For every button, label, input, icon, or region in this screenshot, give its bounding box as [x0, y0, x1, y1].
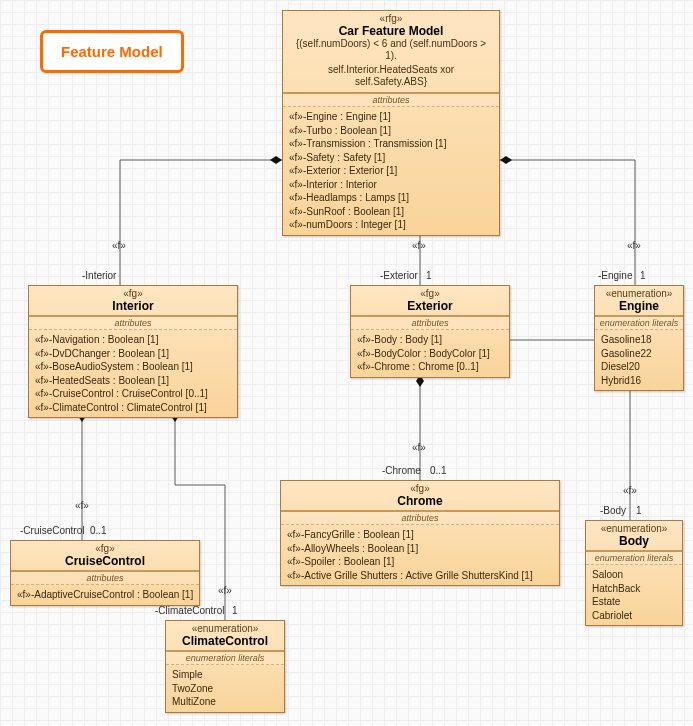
list-item: «f»-Spoiler : Boolean [1]	[287, 555, 553, 569]
section-attributes: attributes	[351, 316, 509, 330]
edge-f-label: «f»	[218, 585, 232, 596]
stereotype: «fg»	[287, 483, 553, 494]
list-item: «f»-AlloyWheels : Boolean [1]	[287, 542, 553, 556]
edge-role-label: -ClimateControl	[155, 605, 224, 616]
feature-model-badge: Feature Model	[40, 30, 184, 73]
stereotype: «rfg»	[289, 13, 493, 24]
class-title: Chrome	[287, 494, 553, 508]
class-constraint-2: self.Interior.HeatedSeats xor self.Safet…	[289, 64, 493, 90]
list-item: Diesel20	[601, 360, 677, 374]
section-literals: enumeration literals	[595, 316, 683, 330]
stereotype: «fg»	[357, 288, 503, 299]
car-feature-model-class[interactable]: «rfg» Car Feature Model {(self.numDoors)…	[282, 10, 500, 236]
list-item: Gasoline18	[601, 333, 677, 347]
list-item: Estate	[592, 595, 676, 609]
literal-list: SaloonHatchBackEstateCabriolet	[586, 565, 682, 625]
edge-f-label: «f»	[627, 240, 641, 251]
list-item: «f»-Turbo : Boolean [1]	[289, 124, 493, 138]
list-item: «f»-Engine : Engine [1]	[289, 110, 493, 124]
section-literals: enumeration literals	[586, 551, 682, 565]
list-item: «f»-numDoors : Integer [1]	[289, 218, 493, 232]
engine-enum[interactable]: «enumeration» Engine enumeration literal…	[594, 285, 684, 391]
list-item: «f»-BodyColor : BodyColor [1]	[357, 347, 503, 361]
class-header: «fg» Interior	[29, 286, 237, 316]
list-item: Hybrid16	[601, 374, 677, 388]
edge-mult-label: 1	[640, 270, 646, 281]
list-item: «f»-Headlamps : Lamps [1]	[289, 191, 493, 205]
section-attributes: attributes	[29, 316, 237, 330]
list-item: «f»-SunRoof : Boolean [1]	[289, 205, 493, 219]
list-item: «f»-ClimateControl : ClimateControl [1]	[35, 401, 231, 415]
list-item: «f»-Interior : Interior	[289, 178, 493, 192]
edge-f-label: «f»	[623, 485, 637, 496]
edge-mult-label: 0..1	[90, 525, 107, 536]
list-item: MultiZone	[172, 695, 278, 709]
class-header: «fg» CruiseControl	[11, 541, 199, 571]
edge-role-label: -Chrome	[382, 465, 421, 476]
list-item: «f»-Chrome : Chrome [0..1]	[357, 360, 503, 374]
stereotype: «enumeration»	[172, 623, 278, 634]
edge-role-label: -Exterior	[380, 270, 418, 281]
class-header: «fg» Exterior	[351, 286, 509, 316]
body-enum[interactable]: «enumeration» Body enumeration literals …	[585, 520, 683, 626]
edge-mult-label: 1	[426, 270, 432, 281]
list-item: «f»-CruiseControl : CruiseControl [0..1]	[35, 387, 231, 401]
class-title: Body	[592, 534, 676, 548]
list-item: «f»-Exterior : Exterior [1]	[289, 164, 493, 178]
list-item: «f»-Transmission : Transmission [1]	[289, 137, 493, 151]
class-header: «enumeration» Engine	[595, 286, 683, 316]
list-item: Simple	[172, 668, 278, 682]
exterior-class[interactable]: «fg» Exterior attributes «f»-Body : Body…	[350, 285, 510, 378]
class-header: «fg» Chrome	[281, 481, 559, 511]
class-header: «enumeration» Body	[586, 521, 682, 551]
stereotype: «fg»	[35, 288, 231, 299]
attribute-list: «f»-FancyGrille : Boolean [1]«f»-AlloyWh…	[281, 525, 559, 585]
cruisecontrol-class[interactable]: «fg» CruiseControl attributes «f»-Adapti…	[10, 540, 200, 606]
class-title: Car Feature Model	[289, 24, 493, 38]
list-item: «f»-Active Grille Shutters : Active Gril…	[287, 569, 553, 583]
list-item: Gasoline22	[601, 347, 677, 361]
badge-label: Feature Model	[61, 43, 163, 60]
class-title: Engine	[601, 299, 677, 313]
list-item: «f»-Safety : Safety [1]	[289, 151, 493, 165]
literal-list: Gasoline18Gasoline22Diesel20Hybrid16	[595, 330, 683, 390]
list-item: «f»-HeatedSeats : Boolean [1]	[35, 374, 231, 388]
list-item: «f»-AdaptiveCruiseControl : Boolean [1]	[17, 588, 193, 602]
list-item: «f»-BoseAudioSystem : Boolean [1]	[35, 360, 231, 374]
edge-mult-label: 1	[636, 505, 642, 516]
class-constraint-1: {(self.numDoors) < 6 and (self.numDoors …	[289, 38, 493, 64]
edge-role-label: -CruiseControl	[20, 525, 84, 536]
section-attributes: attributes	[281, 511, 559, 525]
list-item: Saloon	[592, 568, 676, 582]
climatecontrol-enum[interactable]: «enumeration» ClimateControl enumeration…	[165, 620, 285, 713]
list-item: «f»-Body : Body [1]	[357, 333, 503, 347]
class-header: «rfg» Car Feature Model {(self.numDoors)…	[283, 11, 499, 93]
edge-f-label: «f»	[112, 240, 126, 251]
chrome-class[interactable]: «fg» Chrome attributes «f»-FancyGrille :…	[280, 480, 560, 586]
edge-role-label: -Interior	[82, 270, 116, 281]
edge-f-label: «f»	[75, 500, 89, 511]
attribute-list: «f»-Engine : Engine [1]«f»-Turbo : Boole…	[283, 107, 499, 235]
list-item: «f»-DvDChanger : Boolean [1]	[35, 347, 231, 361]
attribute-list: «f»-Body : Body [1]«f»-BodyColor : BodyC…	[351, 330, 509, 377]
edge-role-label: -Engine	[598, 270, 632, 281]
list-item: «f»-FancyGrille : Boolean [1]	[287, 528, 553, 542]
literal-list: SimpleTwoZoneMultiZone	[166, 665, 284, 712]
edge-f-label: «f»	[412, 240, 426, 251]
stereotype: «fg»	[17, 543, 193, 554]
list-item: Cabriolet	[592, 609, 676, 623]
stereotype: «enumeration»	[601, 288, 677, 299]
edge-mult-label: 0..1	[430, 465, 447, 476]
section-attributes: attributes	[11, 571, 199, 585]
list-item: TwoZone	[172, 682, 278, 696]
section-attributes: attributes	[283, 93, 499, 107]
attribute-list: «f»-AdaptiveCruiseControl : Boolean [1]	[11, 585, 199, 605]
class-title: Interior	[35, 299, 231, 313]
attribute-list: «f»-Navigation : Boolean [1]«f»-DvDChang…	[29, 330, 237, 417]
edge-mult-label: 1	[232, 605, 238, 616]
edge-role-label: -Body	[600, 505, 626, 516]
interior-class[interactable]: «fg» Interior attributes «f»-Navigation …	[28, 285, 238, 418]
stereotype: «enumeration»	[592, 523, 676, 534]
section-literals: enumeration literals	[166, 651, 284, 665]
class-title: CruiseControl	[17, 554, 193, 568]
